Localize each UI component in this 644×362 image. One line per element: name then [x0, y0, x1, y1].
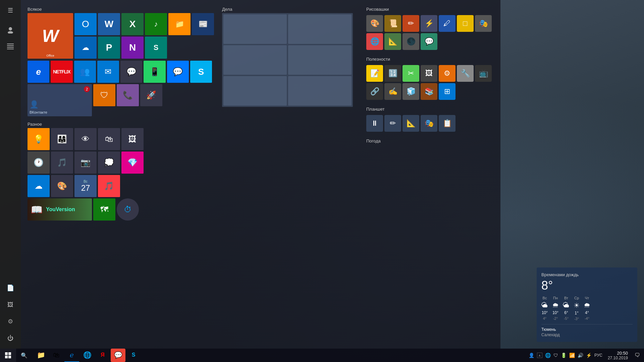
app-r9[interactable]: 📐 — [384, 33, 401, 50]
word-tile[interactable]: W — [98, 13, 120, 35]
snipping[interactable]: ✂ — [402, 65, 419, 82]
files-tile[interactable]: 📁 — [168, 13, 191, 35]
app-r8[interactable]: 🌐 — [366, 33, 383, 50]
people-tray-icon[interactable]: 👤 — [529, 353, 534, 358]
calculator[interactable]: 🔢 — [384, 65, 401, 82]
maps-tile[interactable]: 🗺 — [93, 198, 115, 221]
calendar-tile[interactable]: Вс 27 — [74, 175, 97, 197]
mail-tile[interactable]: ✉ — [97, 61, 119, 83]
app-r3[interactable]: ✏ — [402, 15, 419, 32]
transit-tile[interactable]: 🚀 — [140, 84, 162, 106]
netflix-tile[interactable]: NETFLIX — [51, 61, 72, 83]
wifi-icon[interactable]: 📶 — [569, 353, 575, 358]
planshet-2[interactable]: ✏ — [384, 115, 401, 132]
hamburger-menu-button[interactable]: ☰ — [3, 3, 18, 18]
photos-viewer[interactable]: 🖼 — [421, 65, 437, 82]
tips-tile[interactable]: 💡 — [28, 128, 50, 150]
taskbar-store[interactable]: 🛍 — [49, 349, 64, 362]
connect[interactable]: 🔗 — [366, 83, 383, 100]
news-tile[interactable]: 📰 — [192, 13, 214, 35]
onedrive2-tile[interactable]: ☁ — [28, 175, 50, 197]
taskbar-yandex[interactable]: Я — [95, 349, 110, 362]
speedtest-tile[interactable]: ⏱ — [117, 198, 139, 221]
dela-tile[interactable] — [222, 13, 353, 107]
planshet-4[interactable]: 🎭 — [421, 115, 437, 132]
settings-sidebar-button[interactable]: ⚙ — [3, 314, 18, 329]
defender-icon[interactable]: 🛡 — [553, 353, 558, 358]
resource-mgr[interactable]: ⚙ — [439, 65, 455, 82]
builder-3d[interactable]: 🧊 — [402, 83, 419, 100]
taskbar-explorer[interactable]: 📁 — [34, 349, 48, 362]
store-tile[interactable]: 🛍 — [98, 128, 120, 150]
paint-net[interactable]: 🔧 — [457, 65, 474, 82]
planshet-1[interactable]: ⏸ — [366, 115, 383, 132]
camera-tile2[interactable]: 👁 — [74, 128, 97, 150]
planshet-5[interactable]: 📋 — [439, 115, 455, 132]
clock-tile[interactable]: 🕐 — [28, 152, 50, 174]
taskbar-chrome[interactable]: 🌐 — [80, 349, 95, 362]
taskbar-clock[interactable]: 20:50 27.10.2019 — [605, 351, 631, 360]
onedrive-tile[interactable]: ☁ — [74, 37, 97, 59]
groove-tile[interactable]: 🎵 — [51, 152, 73, 174]
app-r1[interactable]: 🎨 — [366, 15, 383, 32]
weather-widget[interactable]: Временами дождь 8° Вс 🌥 10° 4° Пн 🌧 10° … — [537, 267, 637, 342]
weather-forecast-day: Пн 🌧 10° -2° — [552, 296, 559, 321]
viber-tile[interactable]: 📞 — [117, 84, 139, 106]
feedback-tile[interactable]: 💭 — [98, 152, 120, 174]
screen-capture[interactable]: 📺 — [475, 65, 492, 82]
app-r10[interactable]: 🌑 — [402, 33, 419, 50]
battery-icon[interactable]: 🔋 — [561, 353, 567, 358]
dela-sub-1 — [223, 14, 287, 44]
photos2-tile[interactable]: 🎨 — [51, 175, 73, 197]
all-apps-button[interactable] — [3, 39, 18, 54]
publisher-tile[interactable]: P — [98, 37, 120, 59]
taskbar-hangouts[interactable]: 💬 — [111, 349, 125, 362]
sms-tile[interactable]: 💬 — [120, 61, 142, 83]
taskbar-skype[interactable]: S — [126, 349, 141, 362]
youversion-tile[interactable]: 📖 YouVersion — [28, 198, 92, 221]
app-r5[interactable]: 🖊 — [439, 15, 455, 32]
volume-icon[interactable]: 🔊 — [578, 353, 583, 358]
family-safety-tile[interactable]: 👨‍👩‍👧 — [51, 128, 73, 150]
photos-tile[interactable]: 🖼 — [121, 128, 144, 150]
network-icon[interactable]: 🌐 — [545, 353, 551, 358]
norton-tile[interactable]: 🛡 — [93, 84, 115, 106]
planshet-3[interactable]: 📐 — [402, 115, 419, 132]
taskbar-edge[interactable]: ℯ — [64, 349, 79, 362]
people-tile[interactable]: 👥 — [74, 61, 96, 83]
edge-tile[interactable]: e — [28, 61, 49, 83]
start-button[interactable] — [0, 349, 16, 362]
skype-tile[interactable]: S — [190, 61, 212, 83]
action-center-button[interactable]: 🗨 — [631, 349, 644, 362]
messenger-tile[interactable]: 💬 — [167, 61, 189, 83]
user-profile-button[interactable] — [3, 22, 18, 38]
excel-tile[interactable]: X — [121, 13, 144, 35]
prism-tile[interactable]: 💎 — [121, 152, 144, 174]
calendar-dow: Вс — [84, 180, 88, 183]
app-r7[interactable]: 🎭 — [475, 15, 492, 32]
camera-tile[interactable]: 📷 — [74, 152, 97, 174]
power-button[interactable]: ⏻ — [3, 330, 18, 346]
app-r4[interactable]: ⚡ — [421, 15, 437, 32]
windows-tile-app[interactable]: ⊞ — [439, 83, 455, 100]
usb-icon[interactable]: ⚡ — [586, 353, 592, 358]
sway-tile[interactable]: S — [145, 37, 167, 59]
itunes-tile[interactable]: 🎵 — [98, 175, 120, 197]
whatsapp-tile[interactable]: 📱 — [144, 61, 165, 83]
language-indicator[interactable]: РУС — [594, 353, 602, 358]
document-icon[interactable]: 📄 — [3, 280, 18, 296]
photos-icon[interactable]: 🖼 — [3, 297, 18, 312]
onenote-tile[interactable]: N — [121, 37, 144, 59]
handwriting[interactable]: ✍ — [384, 83, 401, 100]
vkontakte-tile[interactable]: 2 👤 ВКонтакте — [28, 84, 92, 116]
app-r2[interactable]: 📜 — [384, 15, 401, 32]
groovemusic-tile[interactable]: ♪ — [145, 13, 167, 35]
tray-expand-button[interactable]: ∧ — [537, 353, 542, 358]
search-button[interactable]: 🔍 — [16, 349, 32, 362]
sticky-notes[interactable]: 📝 — [366, 65, 383, 82]
app-r11[interactable]: 💬 — [421, 33, 437, 50]
office-tile[interactable]: W Office — [28, 13, 73, 59]
app-r6[interactable]: □ — [457, 15, 474, 32]
dictionary[interactable]: 📚 — [421, 83, 437, 100]
outlook-tile[interactable]: O — [74, 13, 97, 35]
